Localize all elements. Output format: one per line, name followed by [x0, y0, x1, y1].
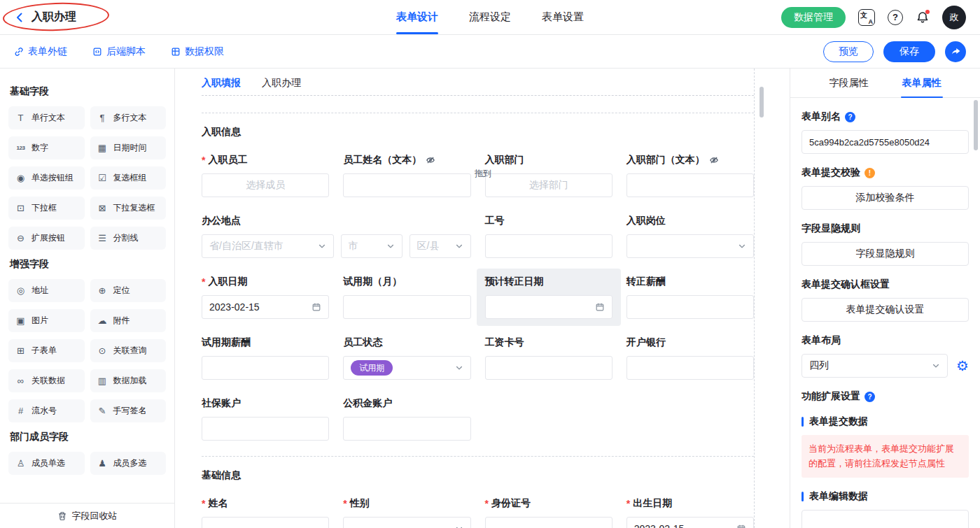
palette-item[interactable]: ◎地址: [8, 279, 85, 302]
palette-item[interactable]: ☰分割线: [90, 227, 167, 250]
form-field[interactable]: 试用期（月）: [343, 276, 470, 319]
text-input[interactable]: [626, 295, 754, 319]
palette-item[interactable]: ⊙关联查询: [90, 339, 167, 362]
dept-picker[interactable]: 选择部门: [485, 173, 612, 197]
select-input[interactable]: [343, 517, 470, 528]
props-tab-1[interactable]: 字段属性: [828, 69, 870, 97]
member-picker[interactable]: 选择成员: [202, 173, 329, 197]
props-scrollbar[interactable]: [974, 100, 978, 150]
palette-item[interactable]: ♙成员单选: [8, 452, 85, 475]
form-field[interactable]: 试用期薪酬: [202, 336, 329, 380]
form-field[interactable]: 工资卡号: [485, 336, 612, 380]
form-field[interactable]: *入职员工选择成员: [202, 154, 329, 197]
help-icon[interactable]: [864, 392, 875, 402]
prop-partial-box[interactable]: [802, 510, 969, 528]
form-field[interactable]: 社保账户: [202, 397, 329, 441]
palette-item[interactable]: ∞关联数据: [8, 369, 85, 392]
palette-item[interactable]: ▦日期时间: [90, 136, 167, 159]
preview-button[interactable]: 预览: [823, 41, 874, 62]
canvas-tab-1[interactable]: 入职填报: [202, 77, 241, 90]
share-button[interactable]: [945, 41, 966, 62]
date-picker[interactable]: 2023-02-15: [626, 517, 754, 528]
form-field[interactable]: 入职岗位: [626, 215, 754, 258]
text-input[interactable]: [626, 356, 754, 380]
form-field[interactable]: *入职日期2023-02-15: [202, 276, 329, 319]
text-input[interactable]: [626, 173, 754, 197]
text-input[interactable]: [202, 517, 329, 528]
bell-icon[interactable]: [916, 10, 930, 24]
palette-item[interactable]: ⊖扩展按钮: [8, 227, 85, 250]
language-icon[interactable]: [858, 9, 875, 26]
prop-action-button[interactable]: 字段显隐规则: [802, 242, 969, 266]
toolbar-link-1[interactable]: 表单外链: [14, 45, 67, 58]
toolbar-link-2[interactable]: 后端脚本: [92, 45, 146, 58]
date-picker[interactable]: 2023-02-15: [202, 295, 329, 319]
region-select[interactable]: 市: [341, 234, 402, 258]
palette-item[interactable]: 123数字: [8, 136, 85, 159]
field-recycle-bin[interactable]: 字段回收站: [0, 503, 174, 528]
region-select[interactable]: 省/自治区/直辖市: [202, 234, 334, 258]
region-select[interactable]: 区/县: [410, 234, 471, 258]
palette-item[interactable]: T单行文本: [8, 106, 85, 129]
palette-item[interactable]: ¶多行文本: [90, 106, 167, 129]
text-input[interactable]: [485, 234, 612, 258]
save-button[interactable]: 保存: [883, 41, 935, 62]
help-icon[interactable]: ?: [888, 10, 903, 25]
help-icon[interactable]: [845, 112, 855, 122]
palette-item[interactable]: ☑复选框组: [90, 166, 167, 190]
form-field[interactable]: *性别: [343, 497, 470, 528]
text-input[interactable]: [485, 517, 612, 528]
form-field[interactable]: 公积金账户: [343, 397, 470, 441]
text-input[interactable]: [343, 173, 470, 197]
top-tab-3[interactable]: 表单设置: [542, 0, 584, 34]
text-input[interactable]: [202, 417, 329, 441]
form-field[interactable]: 预计转正日期: [477, 269, 621, 326]
palette-item[interactable]: ◉单选按钮组: [8, 166, 85, 190]
palette-item[interactable]: ▣图片: [8, 309, 85, 332]
data-manage-button[interactable]: 数据管理: [781, 7, 846, 28]
text-input[interactable]: [343, 417, 470, 441]
form-field[interactable]: 开户银行: [626, 336, 754, 380]
form-canvas[interactable]: 入职填报入职办理 入职信息*入职员工选择成员员工姓名（文本）入职部门选择部门入职…: [175, 69, 790, 528]
prop-text-input[interactable]: 5ca994b2ca2d5755e8050d24: [802, 130, 969, 154]
form-field[interactable]: *身份证号: [485, 497, 612, 528]
form-field[interactable]: 员工状态试用期: [343, 336, 470, 380]
form-field[interactable]: 入职部门（文本）: [626, 154, 754, 197]
palette-item[interactable]: ⊞子表单: [8, 339, 85, 362]
text-input[interactable]: [485, 356, 612, 380]
palette-item[interactable]: #流水号: [8, 399, 85, 422]
warning-icon[interactable]: [864, 168, 875, 178]
select-input[interactable]: [626, 234, 754, 258]
top-tab-2[interactable]: 流程设定: [469, 0, 511, 34]
prop-action-button[interactable]: 表单提交确认设置: [802, 298, 969, 322]
layout-select[interactable]: 四列: [802, 354, 948, 378]
date-picker[interactable]: [485, 295, 612, 319]
palette-item[interactable]: ♟成员多选: [90, 452, 167, 475]
form-field[interactable]: 办公地点省/自治区/直辖市市区/县: [202, 215, 471, 258]
form-field[interactable]: 工号: [485, 215, 612, 258]
canvas-scrollbar[interactable]: [760, 87, 764, 117]
form-field[interactable]: *姓名: [202, 497, 329, 528]
form-field[interactable]: 员工姓名（文本）: [343, 154, 470, 197]
palette-item[interactable]: ⊕定位: [90, 279, 167, 302]
toolbar-link-3[interactable]: 数据权限: [171, 45, 224, 58]
palette-item[interactable]: ⊠下拉复选框: [90, 197, 167, 220]
palette-item[interactable]: ☁附件: [90, 309, 167, 332]
palette-item[interactable]: ✎手写签名: [90, 399, 167, 422]
props-tab-2[interactable]: 表单属性: [901, 69, 943, 97]
gear-icon[interactable]: ⚙: [956, 359, 969, 373]
text-input[interactable]: [202, 356, 329, 380]
canvas-tab-2[interactable]: 入职办理: [262, 77, 301, 90]
palette-item[interactable]: ▥数据加载: [90, 369, 167, 392]
top-tab-1[interactable]: 表单设计: [396, 0, 438, 34]
radio-group-icon: ◉: [15, 173, 27, 183]
form-field[interactable]: *出生日期2023-02-15: [626, 497, 754, 528]
text-input[interactable]: [343, 295, 470, 319]
palette-item[interactable]: ⊡下拉框: [8, 197, 85, 220]
prop-action-button[interactable]: 添加校验条件: [802, 186, 969, 210]
back-chevron-icon[interactable]: [14, 12, 25, 23]
form-field[interactable]: 转正薪酬: [626, 276, 754, 319]
avatar[interactable]: 政: [942, 6, 966, 29]
form-field[interactable]: 入职部门选择部门: [485, 154, 612, 197]
status-select[interactable]: 试用期: [343, 356, 470, 380]
